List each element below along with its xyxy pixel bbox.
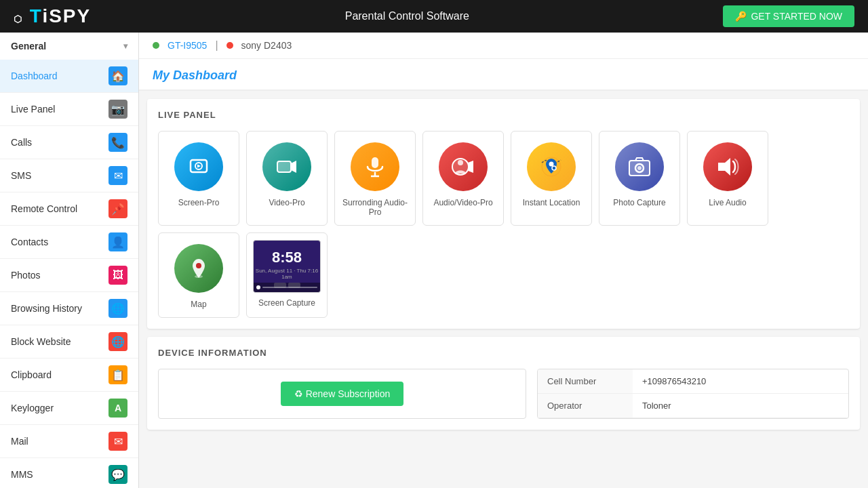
renew-subscription-button[interactable]: ♻ Renew Subscription bbox=[281, 382, 403, 406]
svg-point-9 bbox=[458, 160, 463, 165]
device-info-subscription: ♻ Renew Subscription bbox=[158, 369, 526, 419]
surrounding-audio-icon bbox=[351, 142, 399, 191]
device-info-table-container: Cell Number +109876543210 Operator Tolon… bbox=[537, 369, 849, 419]
instant-location-icon bbox=[527, 142, 576, 191]
audio-video-label: Audio/Video-Pro bbox=[433, 198, 492, 207]
screen-capture-label: Screen Capture bbox=[258, 298, 315, 308]
keylogger-icon: A bbox=[108, 399, 127, 418]
map-label: Map bbox=[191, 300, 206, 309]
sms-icon: ✉ bbox=[108, 166, 127, 185]
content-area: GT-I9505 | sony D2403 My Dashboard LIVE … bbox=[139, 33, 868, 488]
live-panel-title: LIVE PANEL bbox=[158, 110, 849, 120]
sidebar-item-calls[interactable]: Calls 📞 bbox=[0, 126, 138, 159]
svg-marker-4 bbox=[291, 161, 296, 173]
block-website-icon: 🌐 bbox=[108, 332, 127, 351]
renew-label: Renew Subscription bbox=[306, 388, 391, 399]
svg-point-13 bbox=[552, 166, 556, 170]
sidebar-item-browsing-history[interactable]: Browsing History 🌐 bbox=[0, 292, 138, 325]
thumbnail-bar bbox=[254, 283, 320, 292]
photo-capture-icon bbox=[615, 142, 664, 191]
mms-icon: 💬 bbox=[108, 465, 127, 484]
sidebar-item-photos[interactable]: Photos 🖼 bbox=[0, 259, 138, 292]
surrounding-audio-label: Surronding Audio-Pro bbox=[342, 198, 408, 217]
sidebar-item-dashboard[interactable]: Dashboard 🏠 bbox=[0, 60, 138, 93]
breadcrumb-separator: | bbox=[215, 39, 218, 52]
dashboard-title-bar: My Dashboard bbox=[139, 59, 868, 91]
instant-location-label: Instant Location bbox=[523, 198, 580, 207]
mail-icon: ✉ bbox=[108, 432, 127, 451]
get-started-button[interactable]: 🔑 GET STARTED NOW bbox=[723, 5, 854, 27]
live-audio-label: Live Audio bbox=[709, 198, 746, 207]
video-pro-label: Video-Pro bbox=[269, 198, 304, 207]
device-information-section: DEVICE INFORMATION ♻ Renew Subscription … bbox=[147, 337, 860, 430]
live-panel-surrounding-audio[interactable]: Surronding Audio-Pro bbox=[334, 131, 416, 226]
sidebar-item-contacts[interactable]: Contacts 👤 bbox=[0, 226, 138, 259]
calls-icon: 📞 bbox=[108, 133, 127, 152]
chevron-down-icon: ▾ bbox=[123, 41, 127, 51]
svg-point-18 bbox=[196, 263, 201, 268]
svg-rect-5 bbox=[372, 157, 378, 168]
device-info-title: DEVICE INFORMATION bbox=[158, 348, 849, 358]
sidebar-item-remote-control[interactable]: Remote Control 📌 bbox=[0, 192, 138, 226]
renew-icon: ♻ bbox=[294, 388, 303, 399]
app-header: ⬡ TiSPY Parental Control Software 🔑 GET … bbox=[0, 0, 868, 33]
svg-marker-10 bbox=[468, 161, 473, 173]
header-title: Parental Control Software bbox=[91, 10, 723, 22]
sidebar-item-keylogger[interactable]: Keylogger A bbox=[0, 392, 138, 425]
device-info-grid: ♻ Renew Subscription Cell Number +109876… bbox=[158, 369, 849, 419]
get-started-icon: 🔑 bbox=[735, 11, 747, 22]
app-logo: ⬡ TiSPY bbox=[14, 5, 91, 27]
sidebar-item-live-panel[interactable]: Live Panel 📷 bbox=[0, 93, 138, 126]
screen-pro-label: Screen-Pro bbox=[178, 198, 220, 207]
audio-video-icon bbox=[439, 142, 488, 191]
live-panel-map[interactable]: Map bbox=[158, 232, 239, 318]
general-section-label: General bbox=[11, 41, 46, 52]
live-panel-video-pro[interactable]: Video-Pro bbox=[246, 131, 328, 226]
remote-control-icon: 📌 bbox=[108, 199, 127, 218]
thumbnail-date: Sun, August 11 · Thu 7:16 1am bbox=[254, 268, 320, 280]
table-row: Cell Number +109876543210 bbox=[538, 369, 848, 394]
main-layout: General ▾ Dashboard 🏠 Live Panel 📷 Calls… bbox=[0, 33, 868, 488]
get-started-label: GET STARTED NOW bbox=[751, 11, 842, 22]
screen-pro-icon bbox=[174, 142, 223, 191]
operator-value: Toloner bbox=[633, 394, 848, 418]
sidebar-general-section[interactable]: General ▾ bbox=[0, 33, 138, 60]
screen-capture-thumbnail: 8:58 Sun, August 11 · Thu 7:16 1am bbox=[253, 240, 321, 293]
dashboard-icon: 🏠 bbox=[108, 66, 127, 85]
device2-link[interactable]: sony D2403 bbox=[241, 40, 292, 51]
live-audio-icon bbox=[703, 142, 752, 191]
live-panel-instant-location[interactable]: Instant Location bbox=[511, 131, 592, 226]
live-panel-grid: Screen-Pro Video-Pro bbox=[158, 131, 849, 318]
live-panel-screen-pro[interactable]: Screen-Pro bbox=[158, 131, 239, 226]
svg-point-16 bbox=[637, 166, 642, 170]
svg-point-19 bbox=[195, 275, 203, 278]
live-panel-photo-capture[interactable]: Photo Capture bbox=[599, 131, 680, 226]
sidebar: General ▾ Dashboard 🏠 Live Panel 📷 Calls… bbox=[0, 33, 139, 488]
svg-marker-17 bbox=[718, 158, 730, 176]
sidebar-item-sms[interactable]: SMS ✉ bbox=[0, 159, 138, 192]
clipboard-icon: 📋 bbox=[108, 365, 127, 384]
sidebar-item-mail[interactable]: Mail ✉ bbox=[0, 425, 138, 458]
live-panel-audio-video[interactable]: Audio/Video-Pro bbox=[422, 131, 504, 226]
thumbnail-time: 8:58 bbox=[254, 241, 320, 266]
live-panel-live-audio[interactable]: Live Audio bbox=[687, 131, 768, 226]
sidebar-item-block-website[interactable]: Block Website 🌐 bbox=[0, 325, 138, 359]
sidebar-item-clipboard[interactable]: Clipboard 📋 bbox=[0, 359, 138, 392]
table-row: Operator Toloner bbox=[538, 394, 848, 418]
live-panel-screen-capture[interactable]: 8:58 Sun, August 11 · Thu 7:16 1am Scree… bbox=[246, 232, 328, 318]
cell-number-value: +109876543210 bbox=[633, 369, 848, 394]
device-info-table: Cell Number +109876543210 Operator Tolon… bbox=[538, 369, 848, 418]
operator-label: Operator bbox=[538, 394, 633, 418]
sidebar-item-mms[interactable]: MMS 💬 bbox=[0, 458, 138, 488]
browsing-history-icon: 🌐 bbox=[108, 299, 127, 318]
cell-number-label: Cell Number bbox=[538, 369, 633, 394]
contacts-icon: 👤 bbox=[108, 232, 127, 251]
live-panel-icon: 📷 bbox=[108, 100, 127, 119]
device1-link[interactable]: GT-I9505 bbox=[167, 40, 207, 51]
video-pro-icon bbox=[262, 142, 311, 191]
live-panel-section: LIVE PANEL Screen-Pro bbox=[147, 99, 860, 329]
dashboard-title: My Dashboard bbox=[153, 68, 854, 83]
svg-point-12 bbox=[549, 162, 554, 167]
svg-marker-2 bbox=[197, 165, 201, 168]
device2-status-dot bbox=[226, 42, 233, 49]
